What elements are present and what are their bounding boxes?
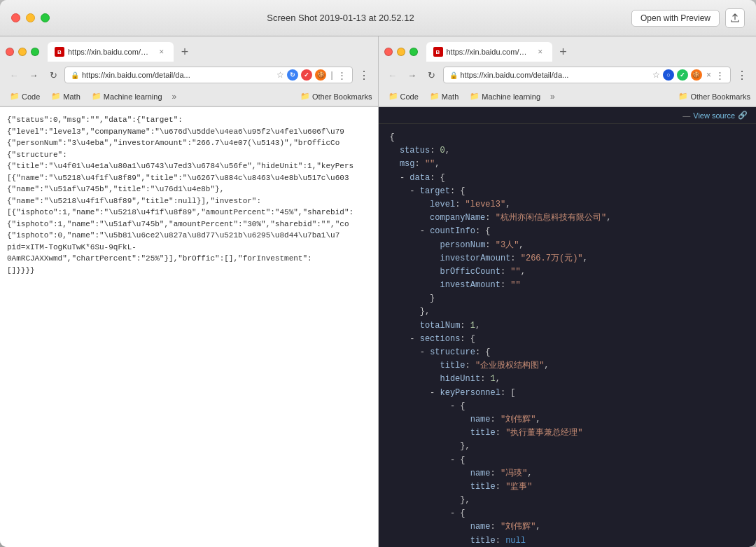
json-line-28: - {: [390, 507, 746, 520]
right-ext-icon-2[interactable]: ✓: [677, 69, 688, 81]
json-line-5: level: "level3",: [390, 198, 746, 212]
right-min-dot[interactable]: [397, 48, 405, 56]
right-bm-code-label: Code: [400, 92, 419, 101]
json-line-26: title: "监事": [390, 480, 746, 494]
json-line-0: {: [390, 131, 746, 144]
right-tab-favicon: B: [433, 47, 443, 57]
view-source-ext-icon: 🔗: [738, 111, 748, 120]
left-bm-ml-label: Machine learning: [104, 92, 162, 101]
right-nav-bar: ← → ↻ 🔒 https://xin.baidu.com/detail/da.…: [379, 63, 757, 87]
json-line-27: },: [390, 494, 746, 507]
json-line-22: title: "执行董事兼总经理": [390, 427, 746, 440]
left-tab-add[interactable]: +: [176, 43, 193, 60]
left-url-bar[interactable]: 🔒 https://xin.baidu.com/detail/da... ☆ ↻…: [64, 67, 353, 83]
left-bm-code-label: Code: [22, 92, 40, 101]
right-nav-more[interactable]: ⋮: [734, 67, 750, 83]
json-line-6: companyName: "杭州亦闲信息科技有限公司",: [390, 212, 746, 225]
json-line-8: personNum: "3人",: [390, 239, 746, 252]
right-tab-label: https://xin.baidu.com/detail/da...: [447, 48, 531, 56]
left-browser-dots: [6, 48, 39, 56]
right-close-dot[interactable]: [384, 48, 393, 56]
right-bm-ml-label: Machine learning: [482, 92, 540, 101]
left-back-button[interactable]: ←: [6, 67, 22, 83]
left-ext-icon-3[interactable]: 🍪: [315, 69, 326, 81]
json-line-15: - sections: {: [390, 333, 746, 346]
left-nav-more[interactable]: ⋮: [356, 67, 372, 83]
minimize-button[interactable]: [26, 13, 35, 22]
right-bm-code-folder-icon: 📁: [388, 92, 398, 101]
right-bm-ml[interactable]: 📁 Machine learning: [465, 90, 545, 102]
json-line-9: investorAmount: "266.7万(元)",: [390, 252, 746, 265]
right-ext-grid-icon[interactable]: ⋮: [715, 70, 724, 81]
right-page-content: { status: 0, msg: "", - data: { - target…: [379, 124, 757, 547]
right-bm-other: 📁 Other Bookmarks: [678, 92, 750, 101]
right-browser-dots: [384, 48, 418, 56]
close-button[interactable]: [11, 13, 20, 22]
right-tab-close[interactable]: ✕: [536, 47, 545, 57]
left-bm-other-folder-icon: 📁: [300, 92, 310, 101]
right-bm-code[interactable]: 📁 Code: [384, 90, 423, 102]
json-line-19: - keyPersonnel: [: [390, 387, 746, 400]
right-max-dot[interactable]: [410, 48, 418, 56]
view-source-bar: — View source 🔗: [379, 107, 757, 124]
left-tab-active[interactable]: B https://xin.baidu.com/detail/da... ✕: [48, 42, 174, 62]
view-source-dash: —: [682, 111, 690, 120]
right-tab-active[interactable]: B https://xin.baidu.com/detail/da... ✕: [426, 42, 552, 62]
json-line-11: investAmount: "": [390, 279, 746, 292]
left-ext-separator: |: [330, 70, 332, 80]
title-bar-actions: Open with Preview: [631, 8, 745, 28]
json-line-23: },: [390, 440, 746, 453]
right-bm-math-label: Math: [442, 92, 458, 101]
right-reload-button[interactable]: ↻: [424, 67, 440, 83]
left-max-dot[interactable]: [31, 48, 39, 56]
left-bm-ml[interactable]: 📁 Machine learning: [88, 90, 167, 102]
share-icon: [730, 13, 740, 23]
share-button[interactable]: [725, 8, 745, 28]
left-min-dot[interactable]: [18, 48, 27, 56]
left-browser-chrome: B https://xin.baidu.com/detail/da... ✕ +…: [0, 36, 378, 107]
left-ext-grid-icon[interactable]: ⋮: [337, 70, 346, 81]
json-line-2: msg: "",: [390, 158, 746, 171]
right-forward-button[interactable]: →: [404, 67, 421, 83]
right-bm-ml-folder-icon: 📁: [470, 92, 479, 101]
maximize-button[interactable]: [41, 13, 50, 22]
open-with-preview-button[interactable]: Open with Preview: [631, 10, 720, 27]
raw-json-text: {"status":0,"msg":"","data":{"target": {…: [7, 114, 371, 276]
right-browser-pane: B https://xin.baidu.com/detail/da... ✕ +…: [379, 36, 757, 547]
left-forward-button[interactable]: →: [25, 67, 42, 83]
json-line-18: hideUnit: 1,: [390, 373, 746, 386]
left-browser-pane: B https://xin.baidu.com/detail/da... ✕ +…: [0, 36, 379, 547]
view-source-link[interactable]: View source: [693, 111, 735, 120]
left-bm-other-label[interactable]: Other Bookmarks: [312, 92, 372, 101]
right-url-text: https://xin.baidu.com/detail/da...: [461, 71, 650, 79]
left-reload-button[interactable]: ↻: [45, 67, 62, 83]
os-window: Screen Shot 2019-01-13 at 20.52.12 Open …: [0, 0, 756, 547]
left-bm-math[interactable]: 📁 Math: [47, 90, 84, 102]
right-ext-icon-3[interactable]: 🍪: [691, 69, 702, 81]
right-bm-other-label[interactable]: Other Bookmarks: [690, 92, 750, 101]
json-line-7: - countInfo: {: [390, 225, 746, 238]
left-ext-icon-2[interactable]: ✓: [301, 69, 312, 81]
right-url-star-icon[interactable]: ☆: [652, 70, 660, 80]
right-url-bar[interactable]: 🔒 https://xin.baidu.com/detail/da... ☆ ○…: [443, 67, 732, 83]
left-ext-icon-1[interactable]: ↻: [287, 69, 298, 81]
left-bm-code[interactable]: 📁 Code: [6, 90, 44, 102]
right-tab-add[interactable]: +: [555, 43, 572, 60]
left-tab-close[interactable]: ✕: [157, 47, 167, 57]
left-close-dot[interactable]: [6, 48, 14, 56]
left-url-star-icon[interactable]: ☆: [276, 70, 284, 80]
right-bm-more[interactable]: »: [547, 90, 558, 103]
right-bm-math[interactable]: 📁 Math: [426, 90, 463, 102]
left-tab-favicon: B: [55, 47, 64, 57]
left-bm-more[interactable]: »: [169, 90, 180, 103]
left-bookmark-bar: 📁 Code 📁 Math 📁 Machine learning » 📁: [0, 87, 378, 106]
json-line-4: - target: {: [390, 185, 746, 198]
json-line-30: title: null: [390, 534, 746, 547]
right-back-button[interactable]: ←: [384, 67, 401, 83]
title-bar: Screen Shot 2019-01-13 at 20.52.12 Open …: [0, 0, 756, 36]
left-page-content: {"status":0,"msg":"","data":{"target": {…: [0, 107, 378, 547]
right-ext-icon-1[interactable]: ○: [663, 69, 674, 81]
right-bookmark-bar: 📁 Code 📁 Math 📁 Machine learning » 📁: [379, 87, 757, 106]
window-title: Screen Shot 2019-01-13 at 20.52.12: [50, 13, 631, 23]
json-line-17: title: "企业股权结构图",: [390, 359, 746, 373]
